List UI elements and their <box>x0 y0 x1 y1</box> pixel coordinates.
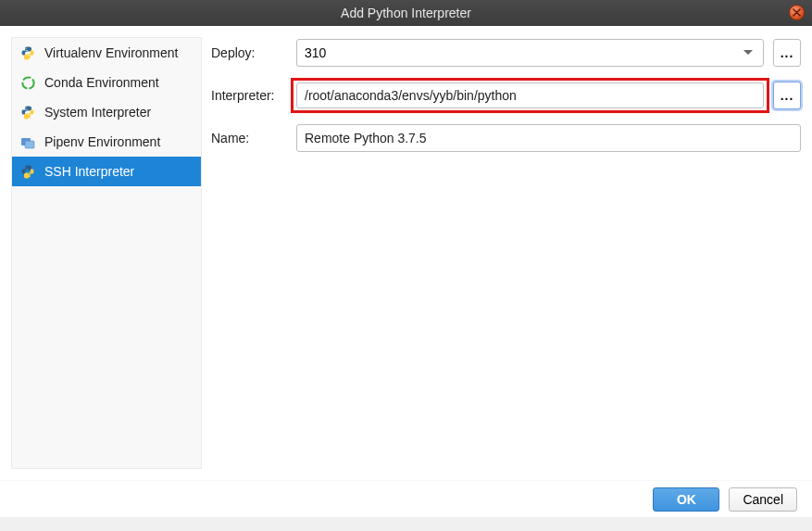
main-panel: Deploy: 310 ... Interpreter: <box>211 37 801 469</box>
titlebar: Add Python Interpreter <box>0 0 812 26</box>
interpreter-type-sidebar: Virtualenv Environment Conda Environment… <box>11 37 202 469</box>
deploy-row: Deploy: 310 ... <box>211 39 801 67</box>
sidebar-item-label: Pipenv Environment <box>44 134 160 149</box>
pipenv-icon <box>19 133 36 150</box>
cancel-button[interactable]: Cancel <box>729 487 797 512</box>
sidebar-item-label: Virtualenv Environment <box>44 45 178 60</box>
chevron-down-icon <box>739 40 757 66</box>
svg-point-0 <box>22 77 33 88</box>
sidebar-item-system[interactable]: System Interpreter <box>12 97 201 127</box>
interpreter-row: Interpreter: ... <box>211 82 801 109</box>
python-icon <box>19 44 36 61</box>
deploy-label: Deploy: <box>211 45 296 60</box>
window-close-button[interactable] <box>789 5 805 20</box>
name-input[interactable] <box>296 124 801 152</box>
sidebar-item-conda[interactable]: Conda Environment <box>12 68 201 97</box>
name-row: Name: <box>211 124 801 152</box>
interpreter-path-input[interactable] <box>296 82 764 108</box>
ellipsis-icon: ... <box>781 88 794 103</box>
dialog-footer: OK Cancel <box>0 480 812 517</box>
deploy-browse-button[interactable]: ... <box>773 39 801 67</box>
svg-rect-2 <box>25 141 34 148</box>
conda-icon <box>19 74 36 91</box>
python-icon <box>19 104 36 120</box>
sidebar-item-label: Conda Environment <box>44 75 159 90</box>
sidebar-item-virtualenv[interactable]: Virtualenv Environment <box>12 38 201 68</box>
dialog-body: Virtualenv Environment Conda Environment… <box>0 26 812 480</box>
sidebar-item-pipenv[interactable]: Pipenv Environment <box>12 127 201 157</box>
sidebar-item-label: System Interpreter <box>44 105 151 120</box>
close-icon <box>793 8 801 17</box>
ellipsis-icon: ... <box>781 45 794 60</box>
interpreter-label: Interpreter: <box>211 88 296 103</box>
sidebar-item-label: SSH Interpreter <box>44 164 134 179</box>
ok-button[interactable]: OK <box>653 487 719 512</box>
deploy-value: 310 <box>305 45 326 60</box>
interpreter-browse-button[interactable]: ... <box>773 82 801 109</box>
dialog-title: Add Python Interpreter <box>341 6 471 20</box>
interpreter-highlight <box>291 78 769 113</box>
deploy-dropdown[interactable]: 310 <box>296 39 764 67</box>
python-ssh-icon <box>19 163 36 180</box>
name-label: Name: <box>211 131 296 145</box>
sidebar-item-ssh[interactable]: SSH Interpreter <box>12 157 201 186</box>
